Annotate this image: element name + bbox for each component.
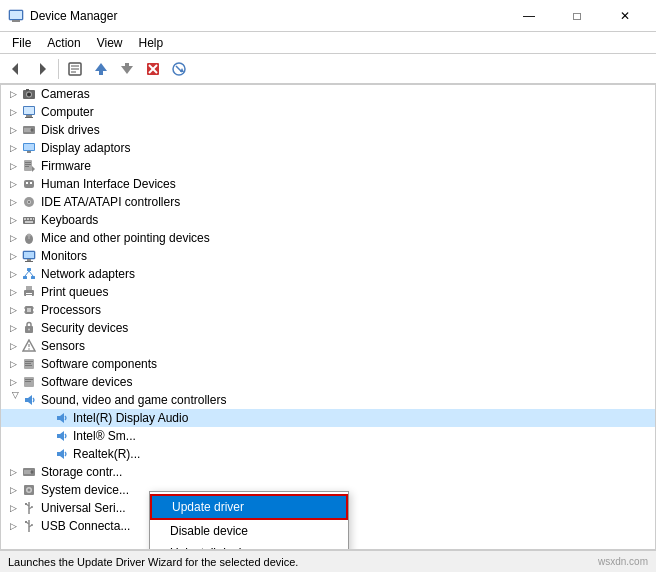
tree-item-diskdrives[interactable]: ▷ Disk drives <box>1 121 655 139</box>
menu-action[interactable]: Action <box>39 34 88 52</box>
window-controls: — □ ✕ <box>506 4 648 28</box>
tree-item-network[interactable]: ▷ Network adapters <box>1 265 655 283</box>
software-devices-icon <box>21 374 37 390</box>
expand-processors[interactable]: ▷ <box>5 302 21 318</box>
main-content: ▷ Cameras ▷ Computer ▷ Disk drives ▷ <box>0 84 656 550</box>
keyboards-label: Keyboards <box>41 213 98 227</box>
expand-display[interactable]: ▷ <box>5 140 21 156</box>
system-label: System device... <box>41 483 129 497</box>
expand-cameras[interactable]: ▷ <box>5 86 21 102</box>
expand-computer[interactable]: ▷ <box>5 104 21 120</box>
status-bar: Launches the Update Driver Wizard for th… <box>0 550 656 572</box>
tree-item-intel-display-audio[interactable]: Intel(R) Display Audio <box>1 409 655 427</box>
menu-view[interactable]: View <box>89 34 131 52</box>
tree-item-security[interactable]: ▷ Security devices <box>1 319 655 337</box>
svg-rect-47 <box>30 218 32 220</box>
expand-hid[interactable]: ▷ <box>5 176 21 192</box>
expand-software-components[interactable]: ▷ <box>5 356 21 372</box>
rollback-driver-button[interactable] <box>115 57 139 81</box>
tree-item-mice[interactable]: ▷ Mice and other pointing devices <box>1 229 655 247</box>
expand-print[interactable]: ▷ <box>5 284 21 300</box>
expand-firmware[interactable]: ▷ <box>5 158 21 174</box>
tree-item-hid[interactable]: ▷ Human Interface Devices <box>1 175 655 193</box>
context-menu-uninstall-device[interactable]: Uninstall device <box>150 542 348 550</box>
scan-hardware-button[interactable] <box>167 57 191 81</box>
properties-button[interactable] <box>63 57 87 81</box>
svg-rect-79 <box>25 363 31 364</box>
processors-icon <box>21 302 37 318</box>
update-driver-toolbar-button[interactable] <box>89 57 113 81</box>
svg-rect-38 <box>24 180 34 188</box>
toolbar <box>0 54 656 84</box>
computer-label: Computer <box>41 105 94 119</box>
svg-point-43 <box>28 201 30 203</box>
expand-ide[interactable]: ▷ <box>5 194 21 210</box>
title-text: Device Manager <box>30 9 117 23</box>
hid-label: Human Interface Devices <box>41 177 176 191</box>
realtek-icon <box>53 446 69 462</box>
close-button[interactable]: ✕ <box>602 4 648 28</box>
minimize-button[interactable]: — <box>506 4 552 28</box>
svg-rect-31 <box>24 144 34 150</box>
expand-network[interactable]: ▷ <box>5 266 21 282</box>
tree-item-display[interactable]: ▷ Display adaptors <box>1 139 655 157</box>
tree-item-software-devices[interactable]: ▷ Software devices <box>1 373 655 391</box>
tree-item-print[interactable]: ▷ Print queues <box>1 283 655 301</box>
tree-item-keyboards[interactable]: ▷ Keyboards <box>1 211 655 229</box>
tree-item-software-components[interactable]: ▷ Software components <box>1 355 655 373</box>
menu-help[interactable]: Help <box>131 34 172 52</box>
tree-item-sound[interactable]: ▷ Sound, video and game controllers <box>1 391 655 409</box>
expand-system[interactable]: ▷ <box>5 482 21 498</box>
expand-diskdrives[interactable]: ▷ <box>5 122 21 138</box>
expand-keyboards[interactable]: ▷ <box>5 212 21 228</box>
tree-item-ide[interactable]: ▷ IDE ATA/ATAPI controllers <box>1 193 655 211</box>
expand-intel-display-audio <box>37 410 53 426</box>
context-menu-update-driver[interactable]: Update driver <box>150 494 348 520</box>
svg-rect-89 <box>24 470 31 474</box>
tree-item-storage[interactable]: ▷ Storage contr... <box>1 463 655 481</box>
tree-item-computer[interactable]: ▷ Computer <box>1 103 655 121</box>
context-menu-disable-device[interactable]: Disable device <box>150 520 348 542</box>
svg-rect-56 <box>25 261 33 262</box>
svg-point-73 <box>28 329 30 331</box>
expand-sensors[interactable]: ▷ <box>5 338 21 354</box>
expand-usb-connect[interactable]: ▷ <box>5 518 21 534</box>
tree-item-firmware[interactable]: ▷ Firmware <box>1 157 655 175</box>
tree-item-processors[interactable]: ▷ Processors <box>1 301 655 319</box>
tree-item-monitors[interactable]: ▷ Monitors <box>1 247 655 265</box>
usb-connect-icon <box>21 518 37 534</box>
tree-item-cameras[interactable]: ▷ Cameras <box>1 85 655 103</box>
expand-mice[interactable]: ▷ <box>5 230 21 246</box>
svg-marker-87 <box>57 449 64 459</box>
tree-item-realtek[interactable]: Realtek(R)... <box>1 445 655 463</box>
device-tree[interactable]: ▷ Cameras ▷ Computer ▷ Disk drives ▷ <box>0 84 656 550</box>
intel-sm-icon <box>53 428 69 444</box>
network-label: Network adapters <box>41 267 135 281</box>
expand-security[interactable]: ▷ <box>5 320 21 336</box>
svg-point-52 <box>27 234 31 237</box>
ide-icon <box>21 194 37 210</box>
mice-label: Mice and other pointing devices <box>41 231 210 245</box>
expand-software-devices[interactable]: ▷ <box>5 374 21 390</box>
expand-storage[interactable]: ▷ <box>5 464 21 480</box>
security-icon <box>21 320 37 336</box>
svg-rect-78 <box>25 361 33 362</box>
svg-rect-32 <box>27 151 31 153</box>
back-button[interactable] <box>4 57 28 81</box>
tree-item-intel-sm[interactable]: Intel® Sm... <box>1 427 655 445</box>
menu-file[interactable]: File <box>4 34 39 52</box>
svg-rect-97 <box>25 503 27 505</box>
tree-item-sensors[interactable]: ▷ Sensors <box>1 337 655 355</box>
maximize-button[interactable]: □ <box>554 4 600 28</box>
firmware-icon <box>21 158 37 174</box>
expand-intel-sm <box>37 428 53 444</box>
monitors-label: Monitors <box>41 249 87 263</box>
universal-serial-label: Universal Seri... <box>41 501 126 515</box>
uninstall-button[interactable] <box>141 57 165 81</box>
forward-button[interactable] <box>30 57 54 81</box>
expand-sound[interactable]: ▷ <box>5 392 21 408</box>
firmware-label: Firmware <box>41 159 91 173</box>
security-label: Security devices <box>41 321 128 335</box>
expand-monitors[interactable]: ▷ <box>5 248 21 264</box>
expand-universal-serial[interactable]: ▷ <box>5 500 21 516</box>
